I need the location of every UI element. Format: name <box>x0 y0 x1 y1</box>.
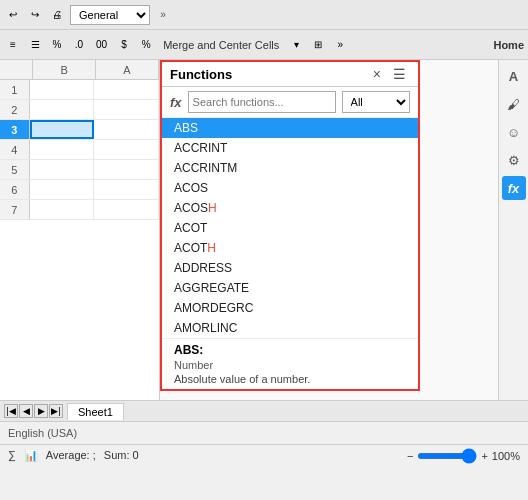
cell-b2[interactable] <box>30 100 95 119</box>
print-button[interactable]: 🖨 <box>48 5 66 25</box>
cell-a4[interactable] <box>94 140 159 159</box>
fn-list-item[interactable]: AMORLINC <box>162 318 418 338</box>
table-row: 7 <box>0 200 159 220</box>
col-b-header: B <box>33 60 96 79</box>
cell-a6[interactable] <box>94 180 159 199</box>
sheet-nav-last[interactable]: ▶| <box>49 404 63 418</box>
sheet-tab-1[interactable]: Sheet1 <box>67 403 124 420</box>
sheet-nav: |◀ ◀ ▶ ▶| <box>0 404 67 418</box>
table-row: 3 <box>0 120 159 140</box>
cell-a7[interactable] <box>94 200 159 219</box>
align-left-btn[interactable]: ≡ <box>4 35 22 55</box>
row-num-4: 4 <box>0 140 30 159</box>
functions-menu-button[interactable]: ☰ <box>389 66 410 82</box>
row-num-5: 5 <box>0 160 30 179</box>
cell-b1[interactable] <box>30 80 95 99</box>
redo-button[interactable]: ↪ <box>26 5 44 25</box>
cell-a2[interactable] <box>94 100 159 119</box>
functions-search-input[interactable] <box>188 91 336 113</box>
font-select[interactable]: General <box>70 5 150 25</box>
zoom-section: − + 100% <box>407 450 520 462</box>
fn-list-item[interactable]: ADDRESS <box>162 258 418 278</box>
home-label: Home <box>493 39 524 51</box>
bottom-section: |◀ ◀ ▶ ▶| Sheet1 English (USA) ∑ 📊 Avera… <box>0 400 528 466</box>
fn-list-item[interactable]: AMORDEGRC <box>162 298 418 318</box>
row-num-1: 1 <box>0 80 30 99</box>
functions-list: ABSACCRINTACCRINTMACOSACOSHACOTACOTHADDR… <box>162 118 418 338</box>
functions-panel: Functions × ☰ fx All ABSACCRINTACCRINTMA… <box>160 60 420 391</box>
fn-list-item[interactable]: ABS <box>162 118 418 138</box>
format-btn[interactable]: % <box>48 35 66 55</box>
decimal2-btn[interactable]: 00 <box>92 35 111 55</box>
percent-icon[interactable]: % <box>137 35 155 55</box>
table-row: 6 <box>0 180 159 200</box>
status-bar: ∑ 📊 Average: ; Sum: 0 − + 100% <box>0 444 528 466</box>
cell-b4[interactable] <box>30 140 95 159</box>
zoom-out-icon: − <box>407 450 413 462</box>
more-right-btn[interactable]: » <box>331 35 349 55</box>
locale-label: English (USA) <box>8 427 77 439</box>
table-row: 4 <box>0 140 159 160</box>
cell-b3[interactable] <box>30 120 95 139</box>
right-icon-text-btn[interactable]: A <box>502 64 526 88</box>
right-icon-paint-btn[interactable]: 🖌 <box>502 92 526 116</box>
row-num-6: 6 <box>0 180 30 199</box>
fn-list-item[interactable]: ACCRINT <box>162 138 418 158</box>
category-dropdown[interactable]: All <box>342 91 410 113</box>
sheet-nav-next[interactable]: ▶ <box>34 404 48 418</box>
status-info: ∑ 📊 Average: ; Sum: 0 <box>8 449 139 462</box>
zoom-percent: 100% <box>492 450 520 462</box>
col-a-header: A <box>96 60 159 79</box>
cell-a1[interactable] <box>94 80 159 99</box>
fn-selected-description: Absolute value of a number. <box>174 373 406 385</box>
fn-list-item[interactable]: ACOS <box>162 178 418 198</box>
status-icon-graph: 📊 <box>24 449 38 462</box>
toolbar-row2: ≡ ☰ % .0 00 $ % Merge and Center Cells ▾… <box>0 30 528 60</box>
functions-title: Functions <box>170 67 232 82</box>
merge-dropdown-btn[interactable]: ▾ <box>287 35 305 55</box>
fx-icon: fx <box>170 95 182 110</box>
right-icon-settings-btn[interactable]: ⚙ <box>502 148 526 172</box>
sheet-tabs-row: |◀ ◀ ▶ ▶| Sheet1 <box>0 400 528 422</box>
fn-selected-name: ABS: <box>174 343 406 357</box>
sheet-nav-prev[interactable]: ◀ <box>19 404 33 418</box>
undo-button[interactable]: ↩ <box>4 5 22 25</box>
locale-row: English (USA) <box>0 422 528 444</box>
table-row: 1 <box>0 80 159 100</box>
row-num-7: 7 <box>0 200 30 219</box>
row-num-2: 2 <box>0 100 30 119</box>
sheet-nav-first[interactable]: |◀ <box>4 404 18 418</box>
right-icons-panel: A 🖌 ☺ ⚙ fx <box>498 60 528 400</box>
table-row: 2 <box>0 100 159 120</box>
fn-list-item[interactable]: ACOTH <box>162 238 418 258</box>
fn-list-item[interactable]: ACOSH <box>162 198 418 218</box>
toolbar-row1: ↩ ↪ 🖨 General » <box>0 0 528 30</box>
functions-header: Functions × ☰ <box>162 62 418 87</box>
sum-label: Sum: 0 <box>104 449 139 462</box>
cell-a3[interactable] <box>94 120 159 139</box>
decimal-btn[interactable]: .0 <box>70 35 88 55</box>
cell-a5[interactable] <box>94 160 159 179</box>
right-icon-fx-btn[interactable]: fx <box>502 176 526 200</box>
align-center-btn[interactable]: ☰ <box>26 35 44 55</box>
functions-close-button[interactable]: × <box>369 66 385 82</box>
status-icon-formula: ∑ <box>8 449 16 462</box>
more-button[interactable]: » <box>154 5 172 25</box>
border-btn[interactable]: ⊞ <box>309 35 327 55</box>
zoom-in-icon: + <box>481 450 487 462</box>
fn-selected-category: Number <box>174 359 406 371</box>
fn-list-item[interactable]: AGGREGATE <box>162 278 418 298</box>
right-icon-smiley-btn[interactable]: ☺ <box>502 120 526 144</box>
cell-b6[interactable] <box>30 180 95 199</box>
zoom-slider[interactable] <box>417 453 477 459</box>
row-num-3: 3 <box>0 120 30 139</box>
fn-list-item[interactable]: ACOT <box>162 218 418 238</box>
merge-center-label: Merge and Center Cells <box>159 39 283 51</box>
table-row: 5 <box>0 160 159 180</box>
spreadsheet-area: B A 1 2 3 4 5 <box>0 60 160 400</box>
cell-b7[interactable] <box>30 200 95 219</box>
currency-icon[interactable]: $ <box>115 35 133 55</box>
cell-b5[interactable] <box>30 160 95 179</box>
functions-search-row: fx All <box>162 87 418 118</box>
fn-list-item[interactable]: ACCRINTM <box>162 158 418 178</box>
